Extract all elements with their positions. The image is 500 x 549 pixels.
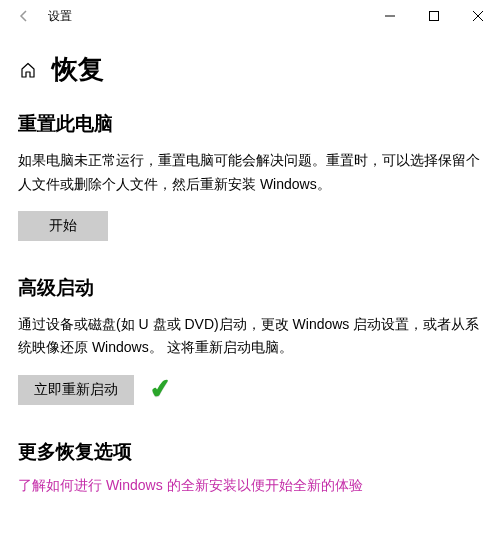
- section-body: 通过设备或磁盘(如 U 盘或 DVD)启动，更改 Windows 启动设置，或者…: [18, 313, 482, 361]
- maximize-button[interactable]: [412, 0, 456, 32]
- close-button[interactable]: [456, 0, 500, 32]
- page-title: 恢复: [52, 52, 104, 87]
- home-icon[interactable]: [18, 60, 38, 80]
- section-advanced-startup: 高级启动 通过设备或磁盘(如 U 盘或 DVD)启动，更改 Windows 启动…: [18, 275, 482, 406]
- button-row: 立即重新启动 ✔: [18, 374, 482, 405]
- section-heading: 重置此电脑: [18, 111, 482, 137]
- content-area: 重置此电脑 如果电脑未正常运行，重置电脑可能会解决问题。重置时，可以选择保留个人…: [0, 111, 500, 495]
- fresh-install-link[interactable]: 了解如何进行 Windows 的全新安装以便开始全新的体验: [18, 477, 482, 495]
- section-more-recovery: 更多恢复选项 了解如何进行 Windows 的全新安装以便开始全新的体验: [18, 439, 482, 495]
- titlebar: 设置: [0, 0, 500, 32]
- window-controls: [368, 0, 500, 32]
- start-button[interactable]: 开始: [18, 211, 108, 241]
- minimize-button[interactable]: [368, 0, 412, 32]
- window-title: 设置: [48, 8, 72, 25]
- page-header: 恢复: [0, 32, 500, 101]
- checkmark-icon: ✔: [148, 373, 174, 407]
- section-reset-pc: 重置此电脑 如果电脑未正常运行，重置电脑可能会解决问题。重置时，可以选择保留个人…: [18, 111, 482, 241]
- section-body: 如果电脑未正常运行，重置电脑可能会解决问题。重置时，可以选择保留个人文件或删除个…: [18, 149, 482, 197]
- restart-now-button[interactable]: 立即重新启动: [18, 375, 134, 405]
- back-button[interactable]: [8, 0, 40, 32]
- section-heading: 更多恢复选项: [18, 439, 482, 465]
- svg-rect-1: [430, 12, 439, 21]
- section-heading: 高级启动: [18, 275, 482, 301]
